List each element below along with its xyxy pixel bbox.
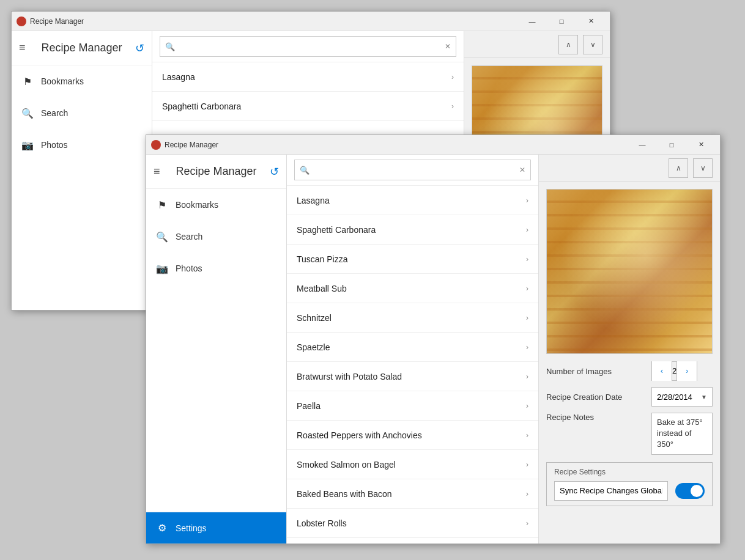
search-magnifier-fg: 🔍 (300, 166, 309, 175)
recipe-image-placeholder-fg (547, 190, 712, 353)
recipe-item-arrow-fg-6: › (526, 372, 528, 381)
titlebar-foreground: Recipe Manager — □ ✕ (146, 135, 720, 155)
recipe-item-fg-3[interactable]: Meatball Sub › (287, 274, 538, 303)
recipe-list-scroll-fg[interactable]: Lasagna › Spaghetti Carbonara › Tuscan P… (287, 186, 538, 543)
right-panel-fg: ∧ ∨ Number of Images ‹ 2 › (539, 155, 720, 543)
nav-up-btn-bg[interactable]: ∧ (558, 35, 578, 54)
recipe-item-fg-2[interactable]: Tuscan Pizza › (287, 245, 538, 274)
search-magnifier-bg: 🔍 (165, 42, 175, 51)
search-field-fg[interactable] (313, 165, 519, 175)
search-bar-fg: 🔍 ✕ (287, 155, 538, 186)
recipe-item-arrow-fg-10: › (526, 490, 528, 498)
refresh-icon-fg[interactable]: ↺ (270, 165, 279, 179)
recipe-settings-group: Recipe Settings (546, 462, 713, 506)
maximize-button-fg[interactable]: □ (658, 135, 686, 155)
recipe-item-fg-0[interactable]: Lasagna › (287, 186, 538, 215)
sidebar-background: ≡ Recipe Manager ↺ ⚑ Bookmarks 🔍 Search … (12, 31, 152, 310)
sidebar-item-settings-fg[interactable]: ⚙ Settings (146, 512, 286, 543)
nav-up-btn-fg[interactable]: ∧ (669, 158, 688, 178)
hamburger-icon-bg[interactable]: ≡ (19, 42, 26, 54)
photos-label-bg: Photos (41, 140, 68, 150)
recipe-item-arrow-fg-0: › (526, 196, 528, 205)
refresh-icon-bg[interactable]: ↺ (135, 42, 144, 55)
recipe-item-arrow-bg-0: › (451, 73, 454, 81)
recipe-item-label-fg-4: Schnitzel (297, 313, 526, 323)
close-button-bg[interactable]: ✕ (577, 12, 605, 31)
recipe-item-fg-5[interactable]: Spaetzle › (287, 333, 538, 362)
recipe-item-fg-4[interactable]: Schnitzel › (287, 303, 538, 333)
photos-label-fg: Photos (176, 263, 202, 273)
recipe-item-arrow-fg-9: › (526, 460, 528, 469)
sync-input[interactable] (554, 481, 668, 501)
stepper-prev-btn[interactable]: ‹ (652, 361, 672, 381)
search-bar-bg: 🔍 ✕ (152, 31, 464, 62)
recipe-item-arrow-bg-1: › (451, 102, 454, 111)
main-content-fg: 🔍 ✕ Lasagna › Spaghetti Carbonara › Tusc… (287, 155, 720, 543)
search-clear-bg[interactable]: ✕ (445, 42, 451, 51)
recipe-item-fg-10[interactable]: Baked Beans with Bacon › (287, 479, 538, 509)
titlebar-buttons-fg: — □ ✕ (628, 135, 715, 155)
notes-row: Recipe Notes Bake at 375° instead of 350… (546, 413, 713, 455)
recipe-item-label-fg-7: Paella (297, 401, 526, 411)
notes-content[interactable]: Bake at 375° instead of 350° (651, 413, 713, 455)
search-icon-bg: 🔍 (21, 107, 34, 119)
settings-icon-fg: ⚙ (156, 522, 168, 534)
settings-label-fg: Settings (176, 523, 207, 533)
svg-point-0 (18, 18, 24, 24)
maximize-button-bg[interactable]: □ (547, 12, 576, 31)
svg-point-1 (153, 142, 159, 148)
close-button-fg[interactable]: ✕ (687, 135, 715, 155)
recipe-item-bg-0[interactable]: Lasagna › (152, 62, 464, 92)
settings-row (554, 481, 705, 501)
recipe-item-fg-8[interactable]: Roasted Peppers with Anchovies › (287, 421, 538, 450)
recipe-item-label-fg-0: Lasagna (297, 196, 526, 205)
recipe-item-fg-7[interactable]: Paella › (287, 391, 538, 421)
sidebar-item-search-bg[interactable]: 🔍 Search (12, 97, 152, 129)
recipe-item-label-fg-10: Baked Beans with Bacon (297, 489, 526, 499)
recipe-item-fg-11[interactable]: Lobster Rolls › (287, 509, 538, 538)
sidebar-item-photos-fg[interactable]: 📷 Photos (146, 252, 286, 284)
recipe-item-fg-6[interactable]: Bratwurst with Potato Salad › (287, 362, 538, 391)
bookmarks-label-fg: Bookmarks (176, 200, 218, 210)
recipe-item-arrow-fg-4: › (526, 314, 528, 322)
recipe-item-fg-1[interactable]: Spaghetti Carbonara › (287, 215, 538, 245)
recipe-item-label-fg-9: Smoked Salmon on Bagel (297, 460, 526, 470)
date-dropdown[interactable]: 2/28/2014 ▼ (651, 387, 713, 407)
app-title-bg: Recipe Manager (41, 42, 122, 54)
search-field-bg[interactable] (179, 42, 445, 51)
sidebar-items-bg: ⚑ Bookmarks 🔍 Search 📷 Photos (12, 65, 152, 310)
bookmarks-icon-fg: ⚑ (156, 199, 168, 211)
bookmarks-label-bg: Bookmarks (41, 76, 84, 86)
recipe-item-bg-1[interactable]: Spaghetti Carbonara › (152, 92, 464, 121)
search-input-wrapper-fg: 🔍 ✕ (294, 160, 531, 180)
minimize-button-bg[interactable]: — (518, 12, 546, 31)
nav-down-btn-fg[interactable]: ∨ (693, 158, 713, 178)
sidebar-items-fg: ⚑ Bookmarks 🔍 Search 📷 Photos ⚙ Settings (146, 189, 286, 543)
recipe-item-arrow-fg-2: › (526, 255, 528, 263)
recipe-item-label-fg-2: Tuscan Pizza (297, 254, 526, 264)
search-input-wrapper-bg: 🔍 ✕ (160, 36, 456, 57)
stepper-next-btn[interactable]: › (677, 361, 697, 381)
search-label-fg: Search (176, 232, 202, 241)
settings-legend: Recipe Settings (554, 468, 705, 476)
date-row: Recipe Creation Date 2/28/2014 ▼ (546, 387, 713, 407)
recipe-item-fg-9[interactable]: Smoked Salmon on Bagel › (287, 450, 538, 479)
recipe-item-arrow-fg-5: › (526, 343, 528, 352)
recipe-item-label-fg-8: Roasted Peppers with Anchovies (297, 430, 526, 440)
dropdown-arrow-icon: ▼ (701, 394, 707, 400)
sidebar-item-search-fg[interactable]: 🔍 Search (146, 221, 286, 252)
nav-down-btn-bg[interactable]: ∨ (583, 35, 602, 54)
images-row: Number of Images ‹ 2 › (546, 361, 713, 381)
sidebar-item-bookmarks-fg[interactable]: ⚑ Bookmarks (146, 189, 286, 221)
recipe-item-arrow-fg-1: › (526, 226, 528, 234)
sidebar-item-bookmarks-bg[interactable]: ⚑ Bookmarks (12, 65, 152, 97)
sync-toggle[interactable] (675, 483, 705, 499)
app-body-fg: ≡ Recipe Manager ↺ ⚑ Bookmarks 🔍 Search … (146, 155, 720, 543)
titlebar-background: Recipe Manager — □ ✕ (12, 12, 610, 31)
hamburger-icon-fg[interactable]: ≡ (154, 165, 160, 178)
search-clear-fg[interactable]: ✕ (519, 166, 525, 174)
images-stepper[interactable]: ‹ 2 › (651, 361, 697, 381)
sidebar-item-photos-bg[interactable]: 📷 Photos (12, 129, 152, 161)
minimize-button-fg[interactable]: — (628, 135, 656, 155)
right-panel-nav-fg: ∧ ∨ (539, 155, 720, 182)
